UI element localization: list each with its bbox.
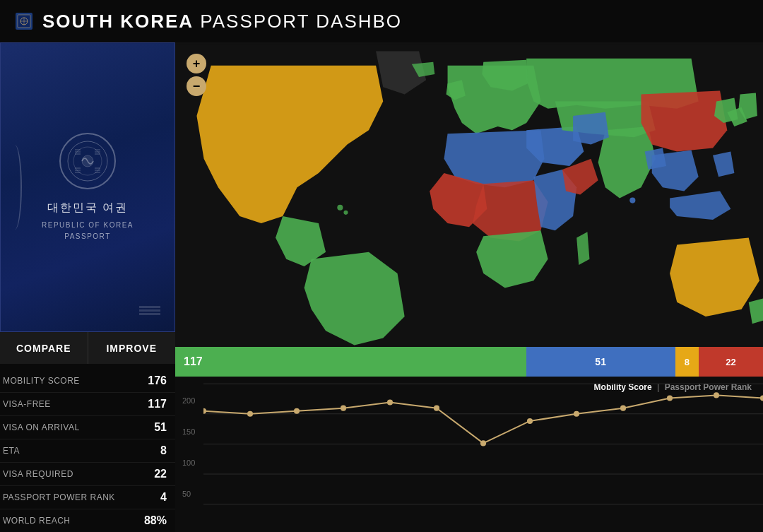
svg-point-24 (337, 205, 343, 211)
svg-point-38 (294, 408, 300, 414)
svg-point-42 (480, 440, 486, 446)
compare-button[interactable]: COMPARE (0, 332, 88, 364)
stat-world-reach: WORLD REACH 88% (0, 509, 175, 532)
svg-point-45 (620, 406, 626, 411)
svg-point-41 (434, 406, 439, 411)
y-label-200: 200 (182, 396, 195, 405)
svg-point-39 (341, 406, 346, 411)
svg-rect-22 (139, 313, 160, 315)
stat-mobility-score: MOBILITY SCORE 176 (0, 370, 175, 393)
chart-svg: 200 150 100 50 (203, 377, 763, 516)
world-map (175, 42, 763, 347)
passport-spiral (8, 145, 22, 230)
passport-bottom-icon (139, 303, 160, 317)
svg-point-48 (760, 395, 763, 401)
stat-visa-on-arrival: VISA ON ARRIVAL 51 (0, 416, 175, 439)
visa-on-arrival-bar: 51 (526, 347, 675, 377)
map-controls: + − (187, 54, 206, 96)
zoom-in-button[interactable]: + (187, 54, 206, 73)
y-label-50: 50 (182, 490, 191, 498)
svg-point-46 (667, 395, 673, 401)
stat-visa-free: VISA-FREE 117 (0, 393, 175, 416)
mobility-chart: Mobility Score | Passport Power Rank 200… (175, 377, 763, 532)
visa-required-bar: 22 (699, 347, 763, 377)
svg-point-43 (527, 418, 533, 424)
passport-emblem (59, 133, 116, 189)
stat-eta: ETA 8 (0, 439, 175, 463)
y-label-100: 100 (182, 459, 195, 467)
svg-point-36 (203, 408, 206, 414)
svg-point-40 (387, 399, 393, 405)
svg-point-44 (574, 411, 579, 417)
passport-ko-text: 대한민국 여권 (47, 201, 128, 215)
svg-point-26 (629, 198, 635, 203)
main-layout: 대한민국 여권 REPUBLIC OF KOREA PASSPORT COMPA… (0, 42, 763, 532)
svg-point-47 (714, 392, 719, 398)
stats-panel: MOBILITY SCORE 176 VISA-FREE 117 VISA ON… (0, 364, 175, 532)
passport-cover: 대한민국 여권 REPUBLIC OF KOREA PASSPORT (0, 42, 175, 332)
page-title: SOUTH KOREA PASSPORT DASHBO (42, 11, 402, 32)
svg-rect-21 (139, 309, 160, 312)
improve-button[interactable]: IMPROVE (88, 332, 176, 364)
svg-point-37 (247, 411, 253, 417)
passport-en-text: REPUBLIC OF KOREA PASSPORT (42, 220, 134, 242)
visa-free-bar: 117 (175, 347, 526, 377)
zoom-out-button[interactable]: − (187, 76, 206, 96)
action-buttons: COMPARE IMPROVE (0, 332, 175, 364)
svg-rect-20 (139, 306, 160, 308)
y-label-150: 150 (182, 427, 195, 436)
eta-bar: 8 (675, 347, 699, 377)
title-light: PASSPORT DASHBO (194, 11, 402, 32)
left-panel: 대한민국 여권 REPUBLIC OF KOREA PASSPORT COMPA… (0, 42, 175, 532)
stat-visa-required: VISA REQUIRED 22 (0, 463, 175, 486)
header: SOUTH KOREA PASSPORT DASHBO (0, 0, 763, 42)
passport-icon (14, 11, 34, 31)
right-panel: + − (175, 42, 763, 532)
score-bar: 117 51 8 22 (175, 347, 763, 377)
svg-point-25 (343, 211, 348, 215)
world-map-area: + − (175, 42, 763, 347)
title-bold: SOUTH KOREA (42, 11, 194, 32)
stat-passport-power-rank: PASSPORT POWER RANK 4 (0, 486, 175, 509)
